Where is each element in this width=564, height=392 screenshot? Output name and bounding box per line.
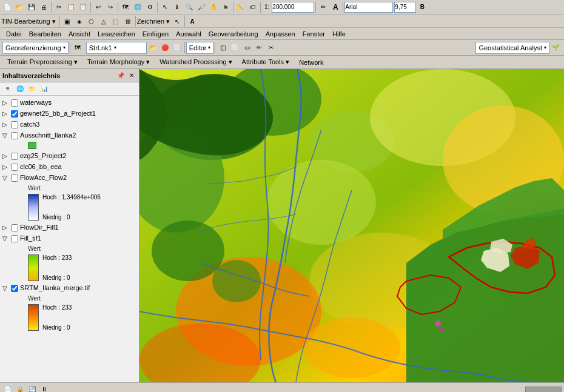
editor-dropdown[interactable]: Editor ▾ xyxy=(186,42,214,54)
toc-list-btn[interactable]: ≡ xyxy=(2,84,13,95)
toc-globe-btn[interactable]: 🌐 xyxy=(15,84,25,95)
menu-auswahl[interactable]: Auswahl xyxy=(172,29,205,39)
text-btn[interactable]: A xyxy=(329,1,341,13)
gis-icon6[interactable]: ✂ xyxy=(265,42,277,54)
map-area[interactable] xyxy=(139,69,564,382)
catch3-checkbox[interactable] xyxy=(11,121,18,128)
layer-btn2[interactable]: 🔴 xyxy=(159,42,171,54)
info-btn[interactable]: ℹ xyxy=(171,1,183,13)
gis-icon1[interactable]: 🗺 xyxy=(72,42,84,54)
zeichnen-cursor[interactable]: ↖ xyxy=(171,15,183,27)
gis-icon2[interactable]: ◫ xyxy=(217,42,229,54)
srtm-checkbox[interactable] xyxy=(11,285,18,292)
layer-ausschnitt[interactable]: ▽ Ausschnitt_Ilanka2 xyxy=(0,130,139,141)
layer-flowdirfill1[interactable]: ▷ FlowDir_Fill1 xyxy=(0,222,139,233)
measure-btn[interactable]: 📐 xyxy=(235,1,247,13)
tin-btn2[interactable]: ◈ xyxy=(73,15,86,27)
filltif1-expand[interactable]: ▽ xyxy=(2,235,11,242)
layer-flowaccflow2[interactable]: ▽ FlowAcc_Flow2 xyxy=(0,172,139,183)
tin-btn4[interactable]: △ xyxy=(98,15,110,27)
ausschnitt-checkbox[interactable] xyxy=(11,132,18,139)
clc06-expand[interactable]: ▷ xyxy=(2,164,11,170)
settings-btn[interactable]: ⚙ xyxy=(144,1,156,13)
menu-geoverarbeitung[interactable]: Geoverarbeitung xyxy=(205,29,262,39)
gewnet25-expand[interactable]: ▷ xyxy=(2,110,11,117)
toc-folder-btn[interactable]: 📁 xyxy=(27,84,38,95)
status-icon-refresh[interactable]: 🔄 xyxy=(27,384,38,393)
gewnet25-checkbox[interactable] xyxy=(11,110,18,118)
draw-btn[interactable]: ✏ xyxy=(317,1,329,13)
attribute-tools[interactable]: Attribute Tools ▾ xyxy=(237,57,295,67)
menu-fenster[interactable]: Fenster xyxy=(299,29,329,39)
clc06-checkbox[interactable] xyxy=(11,164,18,171)
layer-filltif1[interactable]: ▽ Fill_tif1 xyxy=(0,233,139,244)
menu-bearbeiten[interactable]: Bearbeiten xyxy=(25,29,65,39)
menu-hilfe[interactable]: Hilfe xyxy=(329,29,349,39)
layer-dropdown[interactable]: StrLnk1 ▾ xyxy=(86,42,147,54)
tin-btn3[interactable]: ⬡ xyxy=(86,15,98,27)
analyst-dropdown[interactable]: Geostatistical Analyst ▾ xyxy=(475,42,549,54)
font-a-btn[interactable]: A xyxy=(186,15,198,27)
menu-anpassen[interactable]: Anpassen xyxy=(262,29,299,39)
cut-btn[interactable]: ✂ xyxy=(53,1,65,13)
print-btn[interactable]: 🖨 xyxy=(38,1,50,13)
ezg25-expand[interactable]: ▷ xyxy=(2,153,11,159)
srtm-expand[interactable]: ▽ xyxy=(2,285,11,291)
font-input[interactable] xyxy=(344,2,393,13)
map-btn[interactable]: 🗺 xyxy=(119,1,132,13)
flowaccflow2-expand[interactable]: ▽ xyxy=(2,174,11,181)
network-tools[interactable]: Network xyxy=(294,58,328,67)
undo-btn[interactable]: ↩ xyxy=(92,1,104,13)
layer-gewnet25[interactable]: ▷ gewnet25_bb_a_Project1 xyxy=(0,108,139,119)
tin-btn1[interactable]: ▣ xyxy=(61,15,73,27)
ausschnitt-expand[interactable]: ▽ xyxy=(2,132,11,139)
terrain-preprocessing[interactable]: Terrain Preprocessing ▾ xyxy=(2,57,82,67)
gis-icon3[interactable]: ⬜ xyxy=(229,42,241,54)
menu-ansicht[interactable]: Ansicht xyxy=(65,29,94,39)
layer-catch3[interactable]: ▷ catch3 xyxy=(0,119,139,130)
paste-btn[interactable]: 📋 xyxy=(77,1,89,13)
status-icon-pause[interactable]: ⏸ xyxy=(39,384,50,393)
flowdirfill1-expand[interactable]: ▷ xyxy=(2,224,11,231)
pan-btn[interactable]: ✋ xyxy=(207,1,220,13)
layer-ezg25[interactable]: ▷ ezg25_Project2 xyxy=(0,150,139,161)
globe-btn[interactable]: 🌐 xyxy=(132,1,144,13)
gis-icon5[interactable]: ✏ xyxy=(253,42,265,54)
layer-btn3[interactable]: ⬜ xyxy=(171,42,183,54)
label-btn[interactable]: 🏷 xyxy=(247,1,259,13)
identify-btn[interactable]: 🖱 xyxy=(220,1,232,13)
layer-clc06[interactable]: ▷ clc06_bb_eea xyxy=(0,161,139,172)
save-btn[interactable]: 💾 xyxy=(25,1,38,13)
catch3-expand[interactable]: ▷ xyxy=(2,121,11,128)
watershed-processing[interactable]: Watershed Processing ▾ xyxy=(155,57,237,67)
waterways-expand[interactable]: ▷ xyxy=(2,99,11,106)
menu-lesezeichen[interactable]: Lesezeichen xyxy=(94,29,139,39)
bold-btn[interactable]: B xyxy=(416,1,428,13)
layer-srtm[interactable]: ▽ SRTM_Ilanka_merge.tif xyxy=(0,282,139,293)
layer-btn1[interactable]: 📂 xyxy=(147,42,159,54)
ezg25-checkbox[interactable] xyxy=(11,153,18,160)
redo-btn[interactable]: ↪ xyxy=(104,1,116,13)
select-btn[interactable]: ↖ xyxy=(159,1,171,13)
terrain-morphology[interactable]: Terrain Morphology ▾ xyxy=(82,57,155,67)
zoom-out-btn[interactable]: 🔎 xyxy=(195,1,207,13)
flowdirfill1-checkbox[interactable] xyxy=(11,224,18,231)
scale-input[interactable] xyxy=(272,2,314,13)
waterways-checkbox[interactable] xyxy=(11,99,18,107)
menu-einfuegen[interactable]: Einfügen xyxy=(139,29,172,39)
tin-btn6[interactable]: ⊞ xyxy=(122,15,134,27)
menu-datei[interactable]: Datei xyxy=(2,29,25,39)
new-doc-btn[interactable]: 📄 xyxy=(1,1,13,13)
open-btn[interactable]: 📂 xyxy=(13,1,25,13)
layer-waterways[interactable]: ▷ waterways xyxy=(0,97,139,108)
zoom-in-btn[interactable]: 🔍 xyxy=(183,1,195,13)
fontsize-input[interactable] xyxy=(394,2,416,13)
analyst-icon[interactable]: 🌱 xyxy=(549,42,562,54)
toc-chart-btn[interactable]: 📊 xyxy=(39,84,50,95)
tin-btn5[interactable]: ⬚ xyxy=(110,15,122,27)
georef-dropdown[interactable]: Georeferenzierung ▾ xyxy=(2,42,69,54)
sidebar-close-btn[interactable]: ✕ xyxy=(127,71,136,81)
flowaccflow2-checkbox[interactable] xyxy=(11,174,18,182)
filltif1-checkbox[interactable] xyxy=(11,235,18,242)
copy-btn[interactable]: 📋 xyxy=(65,1,77,13)
